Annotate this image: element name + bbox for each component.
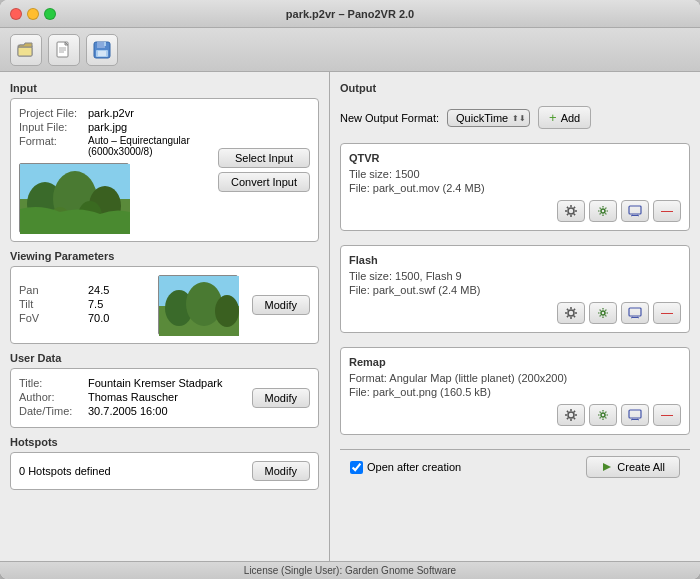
save-button[interactable] xyxy=(86,34,118,66)
viewing-info: Pan 24.5 Tilt 7.5 FoV 70.0 xyxy=(19,284,150,326)
remap-delete-button[interactable]: — xyxy=(653,404,681,426)
svg-rect-10 xyxy=(104,42,106,46)
remap-gear-button[interactable] xyxy=(589,404,617,426)
output-item-flash: Flash Tile size: 1500, Flash 9 File: par… xyxy=(340,245,690,333)
qtvr-settings-button[interactable] xyxy=(557,200,585,222)
flash-buttons: — xyxy=(349,302,681,324)
qtvr-tilesize: Tile size: 1500 xyxy=(349,168,681,180)
svg-point-27 xyxy=(568,208,574,214)
output-item-remap: Remap Format: Angular Map (little planet… xyxy=(340,347,690,435)
remap-buttons: — xyxy=(349,404,681,426)
convert-input-button[interactable]: Convert Input xyxy=(218,172,310,192)
hotspots-modify-button[interactable]: Modify xyxy=(252,461,310,481)
userdata-section: User Data Title: Fountain Kremser Stadpa… xyxy=(10,352,319,428)
format-select[interactable]: QuickTime Flash HTML5 xyxy=(447,109,530,127)
remap-monitor-button[interactable] xyxy=(621,404,649,426)
svg-marker-45 xyxy=(603,463,611,471)
status-text: License (Single User): Garden Gnome Soft… xyxy=(244,565,456,576)
status-bar: License (Single User): Garden Gnome Soft… xyxy=(0,561,700,579)
select-input-button[interactable]: Select Input xyxy=(218,148,310,168)
viewing-section: Viewing Parameters Pan 24.5 Tilt 7.5 FoV xyxy=(10,250,319,344)
flash-delete-button[interactable]: — xyxy=(653,302,681,324)
qtvr-file: File: park_out.mov (2.4 MB) xyxy=(349,182,681,194)
gear-icon xyxy=(596,204,610,218)
create-all-label: Create All xyxy=(617,461,665,473)
svg-rect-29 xyxy=(629,206,641,214)
title-value: Fountain Kremser Stadpark xyxy=(88,377,223,389)
add-button[interactable]: + Add xyxy=(538,106,591,129)
svg-marker-2 xyxy=(18,43,32,47)
title-label: Title: xyxy=(19,377,84,389)
svg-point-34 xyxy=(601,311,605,315)
project-file-label: Project File: xyxy=(19,107,84,119)
svg-point-28 xyxy=(601,209,605,213)
close-button[interactable] xyxy=(10,8,22,20)
pan-label: Pan xyxy=(19,284,84,296)
output-item-qtvr: QTVR Tile size: 1500 File: park_out.mov … xyxy=(340,143,690,231)
author-row: Author: Thomas Rauscher xyxy=(19,391,244,403)
project-file-value: park.p2vr xyxy=(88,107,134,119)
maximize-button[interactable] xyxy=(44,8,56,20)
flash-settings-button[interactable] xyxy=(557,302,585,324)
add-btn-label: Add xyxy=(561,112,581,124)
minimize-button[interactable] xyxy=(27,8,39,20)
svg-rect-9 xyxy=(97,42,105,48)
qtvr-gear-button[interactable] xyxy=(589,200,617,222)
hotspots-box: 0 Hotspots defined Modify xyxy=(10,452,319,490)
tilt-row: Tilt 7.5 xyxy=(19,298,150,310)
format-select-wrapper[interactable]: QuickTime Flash HTML5 xyxy=(447,109,530,127)
gear-icon-3 xyxy=(596,408,610,422)
userdata-box: Title: Fountain Kremser Stadpark Author:… xyxy=(10,368,319,428)
userdata-label: User Data xyxy=(10,352,319,364)
project-file-row: Project File: park.p2vr xyxy=(19,107,210,119)
hotspots-label: Hotspots xyxy=(10,436,319,448)
window-title: park.p2vr – Pano2VR 2.0 xyxy=(286,8,414,20)
svg-point-33 xyxy=(568,310,574,316)
new-output-format-label: New Output Format: xyxy=(340,112,439,124)
author-label: Author: xyxy=(19,391,84,403)
remap-title: Remap xyxy=(349,356,681,368)
qtvr-buttons: — xyxy=(349,200,681,222)
open-after-checkbox[interactable] xyxy=(350,461,363,474)
viewing-modify-button[interactable]: Modify xyxy=(252,295,310,315)
userdata-info: Title: Fountain Kremser Stadpark Author:… xyxy=(19,377,244,419)
remap-tilesize: Format: Angular Map (little planet) (200… xyxy=(349,372,681,384)
flash-title: Flash xyxy=(349,254,681,266)
datetime-row: Date/Time: 30.7.2005 16:00 xyxy=(19,405,244,417)
viewing-box: Pan 24.5 Tilt 7.5 FoV 70.0 xyxy=(10,266,319,344)
flash-gear-button[interactable] xyxy=(589,302,617,324)
traffic-lights xyxy=(10,8,56,20)
tilt-value: 7.5 xyxy=(88,298,103,310)
qtvr-monitor-button[interactable] xyxy=(621,200,649,222)
flash-monitor-button[interactable] xyxy=(621,302,649,324)
title-row: Title: Fountain Kremser Stadpark xyxy=(19,377,244,389)
delete-icon-3: — xyxy=(661,408,673,422)
format-label: Format: xyxy=(19,135,84,157)
add-icon: + xyxy=(549,110,557,125)
delete-icon: — xyxy=(661,204,673,218)
flash-file: File: park_out.swf (2.4 MB) xyxy=(349,284,681,296)
create-icon xyxy=(601,461,613,473)
fov-value: 70.0 xyxy=(88,312,109,324)
qtvr-delete-button[interactable]: — xyxy=(653,200,681,222)
open-button[interactable] xyxy=(10,34,42,66)
remap-settings-button[interactable] xyxy=(557,404,585,426)
format-value: Auto – Equirectangular (6000x3000/8) xyxy=(88,135,210,157)
create-all-button[interactable]: Create All xyxy=(586,456,680,478)
qtvr-title: QTVR xyxy=(349,152,681,164)
open-after-wrapper[interactable]: Open after creation xyxy=(350,461,461,474)
viewing-preview xyxy=(158,275,238,335)
fov-row: FoV 70.0 xyxy=(19,312,150,324)
new-button[interactable] xyxy=(48,34,80,66)
new-icon xyxy=(55,41,73,59)
userdata-modify-button[interactable]: Modify xyxy=(252,388,310,408)
input-info: Project File: park.p2vr Input File: park… xyxy=(19,107,210,233)
right-panel: Output New Output Format: QuickTime Flas… xyxy=(330,72,700,561)
svg-point-40 xyxy=(601,413,605,417)
pan-row: Pan 24.5 xyxy=(19,284,150,296)
input-buttons: Select Input Convert Input xyxy=(218,107,310,233)
tilt-label: Tilt xyxy=(19,298,84,310)
viewing-preview-image xyxy=(159,276,239,336)
hotspots-text: 0 Hotspots defined xyxy=(19,465,244,477)
input-box: Project File: park.p2vr Input File: park… xyxy=(10,98,319,242)
